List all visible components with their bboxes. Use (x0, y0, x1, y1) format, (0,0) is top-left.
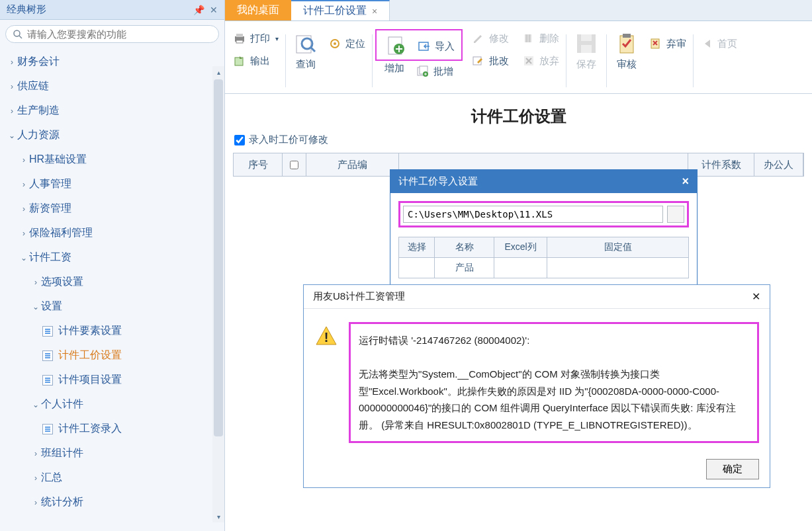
file-path-input[interactable] (403, 206, 663, 223)
tab-desktop[interactable]: 我的桌面 (225, 0, 291, 20)
error-line1: 运行时错误 '-2147467262 (80004002)': (359, 332, 749, 349)
import-button[interactable]: 导入 (414, 37, 459, 56)
col-select[interactable]: 选择 (399, 237, 435, 258)
error-message: 运行时错误 '-2147467262 (80004002)': 无法将类型为"S… (349, 322, 759, 443)
tree-finance[interactable]: ›财务会计 (0, 50, 224, 74)
scroll-down-icon[interactable]: ▾ (212, 511, 224, 522)
delete-button[interactable]: 删除 (518, 29, 563, 48)
svg-rect-3 (236, 34, 243, 37)
toolbar: 打印▾ 输出 查询 定位 导入 增加 批增 修改 批改 (225, 21, 812, 94)
pin-icon[interactable]: 📌 (193, 5, 204, 15)
tab-close-icon[interactable]: × (372, 6, 377, 17)
modify-button[interactable]: 修改 (468, 29, 513, 48)
svg-text:!: ! (324, 330, 329, 345)
file-icon (42, 375, 53, 386)
import-dialog-header[interactable]: 计件工价导入设置 × (390, 170, 697, 193)
tab-current[interactable]: 计件工价设置 × (291, 0, 390, 20)
search-box[interactable] (5, 25, 219, 43)
sidebar-title: 经典树形 (7, 3, 46, 16)
sidebar-scrollbar[interactable]: ▴ ▾ (212, 66, 224, 522)
scrollbar-thumb[interactable] (214, 79, 223, 436)
print-button[interactable]: 打印▾ (229, 29, 283, 48)
add-icon (384, 34, 408, 58)
tree-hr-mgmt[interactable]: ›人事管理 (0, 172, 224, 196)
abandon-button[interactable]: 放弃 (518, 52, 563, 70)
tree-piece-wage[interactable]: ⌄计件工资 (0, 245, 224, 270)
tree-option-set[interactable]: ›选项设置 (0, 270, 224, 294)
batch-mod-icon (472, 54, 485, 67)
table-row[interactable]: 产品 (399, 258, 689, 278)
file-path-row (398, 201, 689, 227)
audit-button[interactable]: 审核 (609, 29, 644, 73)
tree-personal-piece[interactable]: ⌄个人计件 (0, 392, 224, 417)
tree-element-set[interactable]: 计件要素设置 (0, 319, 224, 343)
page-title: 计件工价设置 (225, 94, 812, 134)
browse-button[interactable] (667, 206, 684, 223)
tab-bar: 我的桌面 计件工价设置 × (225, 0, 812, 21)
export-icon (233, 54, 246, 67)
checkbox-label: 录入时工价可修改 (249, 134, 328, 146)
tree-team-piece[interactable]: ›班组计件 (0, 441, 224, 466)
file-icon (42, 350, 53, 361)
col-seq[interactable]: 序号 (234, 153, 283, 176)
query-button[interactable]: 查询 (289, 29, 323, 73)
save-button[interactable]: 保存 (569, 29, 604, 73)
tree-wage-entry[interactable]: 计件工资录入 (0, 417, 224, 441)
svg-line-8 (311, 48, 315, 52)
select-all-checkbox[interactable] (290, 161, 298, 169)
tree-price-set[interactable]: 计件工价设置 (0, 343, 224, 368)
editable-checkbox[interactable] (234, 135, 245, 145)
magnifier-icon (294, 32, 318, 56)
tree-stats[interactable]: ›统计分析 (0, 490, 224, 514)
tree-hr-base[interactable]: ›HR基础设置 (0, 147, 224, 172)
clipboard-icon (615, 32, 639, 56)
svg-line-1 (19, 36, 22, 38)
error-dialog: 用友U8计件工资管理 ✕ ! 运行时错误 '-2147467262 (80004… (303, 284, 770, 488)
tree-project-set[interactable]: 计件项目设置 (0, 368, 224, 392)
svg-point-10 (334, 42, 336, 45)
printer-icon (233, 32, 246, 45)
export-button[interactable]: 输出 (229, 52, 283, 70)
col-coeff[interactable]: 计件系数 (688, 153, 754, 176)
error-dialog-title: 用友U8计件工资管理 (313, 290, 405, 303)
col-prod[interactable]: 产品编 (306, 153, 399, 176)
first-page-button[interactable]: 首页 (696, 34, 741, 53)
first-page-icon (700, 37, 713, 50)
batch-mod-button[interactable]: 批改 (468, 52, 513, 70)
col-name[interactable]: 名称 (435, 237, 494, 258)
svg-rect-18 (525, 34, 531, 42)
batch-add-button[interactable]: 批增 (412, 62, 457, 81)
tree-insurance[interactable]: ›保险福利管理 (0, 221, 224, 245)
add-label: 增加 (384, 62, 404, 81)
reject-icon (649, 37, 662, 50)
tree-payroll[interactable]: ›薪资管理 (0, 196, 224, 221)
batch-add-icon (416, 65, 429, 78)
abandon-icon (522, 54, 535, 67)
close-icon[interactable]: ✕ (752, 290, 760, 303)
tree-hr[interactable]: ⌄人力资源 (0, 123, 224, 147)
col-excel[interactable]: Excel列 (494, 237, 547, 258)
save-icon (574, 32, 598, 56)
import-dialog-title: 计件工价导入设置 (398, 175, 478, 188)
search-input[interactable] (27, 28, 212, 40)
col-office[interactable]: 办公人 (754, 153, 803, 176)
col-fixed[interactable]: 固定值 (547, 237, 689, 258)
tree-summary[interactable]: ›汇总 (0, 466, 224, 490)
close-icon[interactable]: × (682, 175, 689, 188)
tree-production[interactable]: ›生产制造 (0, 99, 224, 123)
error-dialog-header[interactable]: 用友U8计件工资管理 ✕ (304, 285, 770, 309)
nav-tree: ›财务会计 ›供应链 ›生产制造 ⌄人力资源 ›HR基础设置 ›人事管理 ›薪资… (0, 48, 224, 516)
delete-icon (522, 32, 535, 45)
scroll-up-icon[interactable]: ▴ (212, 66, 224, 78)
svg-rect-22 (581, 45, 592, 53)
close-icon[interactable]: ✕ (210, 5, 218, 15)
add-button[interactable] (379, 32, 414, 58)
tree-supply[interactable]: ›供应链 (0, 74, 224, 99)
search-icon (13, 29, 23, 40)
ok-button[interactable]: 确定 (706, 459, 759, 479)
svg-rect-21 (581, 34, 592, 41)
locate-button[interactable]: 定位 (324, 34, 369, 53)
col-check[interactable] (283, 153, 306, 176)
reject-button[interactable]: 弃审 (645, 34, 690, 53)
tree-settings[interactable]: ⌄设置 (0, 294, 224, 319)
